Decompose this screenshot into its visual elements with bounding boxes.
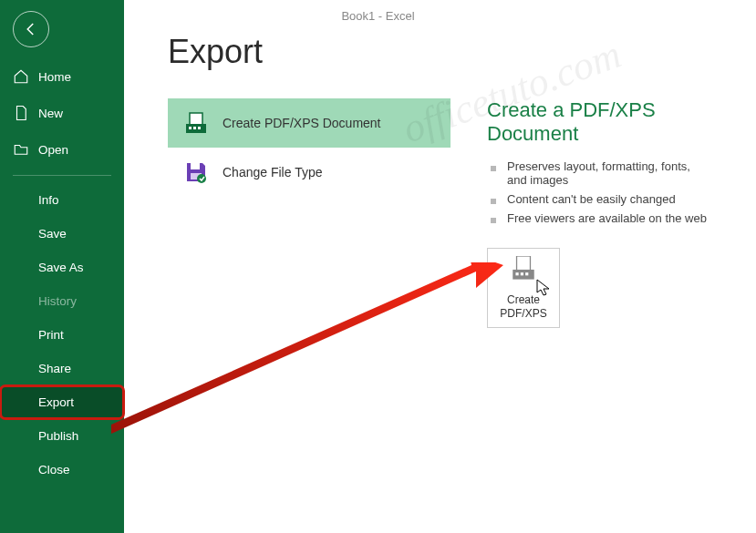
- arrow-left-icon: [23, 21, 39, 37]
- sidebar-item-close[interactable]: Close: [0, 453, 124, 487]
- option-create-pdf-xps[interactable]: Create PDF/XPS Document: [168, 98, 450, 148]
- svg-rect-2: [189, 127, 192, 129]
- sidebar-item-info[interactable]: Info: [0, 183, 124, 217]
- details-bullet: Content can't be easily changed: [487, 190, 712, 209]
- svg-rect-12: [525, 272, 528, 275]
- details-list: Preserves layout, formatting, fonts, and…: [487, 157, 712, 228]
- sidebar-item-home[interactable]: Home: [0, 58, 124, 95]
- sidebar-item-label: Info: [38, 193, 59, 207]
- cta-label: Create PDF/XPS: [488, 293, 559, 320]
- sidebar-item-label: Home: [38, 70, 71, 84]
- sidebar: Home New Open Info Save Save As History …: [0, 0, 124, 533]
- sidebar-item-export[interactable]: Export: [0, 385, 124, 419]
- svg-rect-5: [191, 163, 200, 169]
- new-icon: [13, 105, 29, 121]
- option-label: Change File Type: [223, 165, 322, 179]
- sidebar-item-share[interactable]: Share: [0, 352, 124, 385]
- details-bullet: Free viewers are available on the web: [487, 209, 712, 228]
- export-options: Create PDF/XPS Document Change File Type: [168, 98, 450, 328]
- sidebar-item-save-as[interactable]: Save As: [0, 251, 124, 284]
- create-pdf-xps-button[interactable]: Create PDF/XPS: [487, 248, 560, 328]
- sidebar-item-label: Save: [38, 227, 67, 241]
- sidebar-divider: [13, 175, 111, 176]
- home-icon: [13, 68, 29, 85]
- sidebar-item-new[interactable]: New: [0, 95, 124, 131]
- svg-rect-3: [193, 127, 196, 129]
- svg-rect-10: [515, 272, 518, 275]
- svg-rect-4: [198, 127, 201, 129]
- sidebar-item-save[interactable]: Save: [0, 217, 124, 251]
- export-details: Create a PDF/XPS Document Preserves layo…: [487, 98, 712, 328]
- sidebar-item-publish[interactable]: Publish: [0, 419, 124, 453]
- sidebar-item-label: New: [38, 107, 63, 120]
- page-title: Export: [168, 33, 712, 71]
- svg-rect-11: [521, 272, 523, 275]
- sidebar-item-history: History: [0, 284, 124, 318]
- option-change-file-type[interactable]: Change File Type: [168, 148, 450, 197]
- main-panel: officetuto.com Export Create PDF/XPS Doc…: [124, 0, 756, 533]
- option-label: Create PDF/XPS Document: [223, 116, 381, 130]
- sidebar-item-label: Open: [38, 143, 68, 157]
- sidebar-item-label: Print: [38, 328, 64, 342]
- sidebar-item-label: History: [38, 294, 77, 308]
- pdf-document-icon: [184, 111, 208, 135]
- svg-point-7: [197, 174, 206, 183]
- sidebar-item-label: Export: [38, 395, 74, 409]
- details-title: Create a PDF/XPS Document: [487, 98, 712, 146]
- details-bullet: Preserves layout, formatting, fonts, and…: [487, 157, 712, 190]
- pdf-document-icon: [511, 256, 536, 288]
- sidebar-item-label: Share: [38, 362, 71, 375]
- sidebar-item-label: Save As: [38, 261, 84, 274]
- save-disk-icon: [184, 160, 208, 184]
- open-icon: [13, 141, 29, 158]
- sidebar-item-label: Close: [38, 463, 70, 477]
- sidebar-item-label: Publish: [38, 429, 78, 443]
- sidebar-item-print[interactable]: Print: [0, 318, 124, 352]
- sidebar-item-open[interactable]: Open: [0, 131, 124, 168]
